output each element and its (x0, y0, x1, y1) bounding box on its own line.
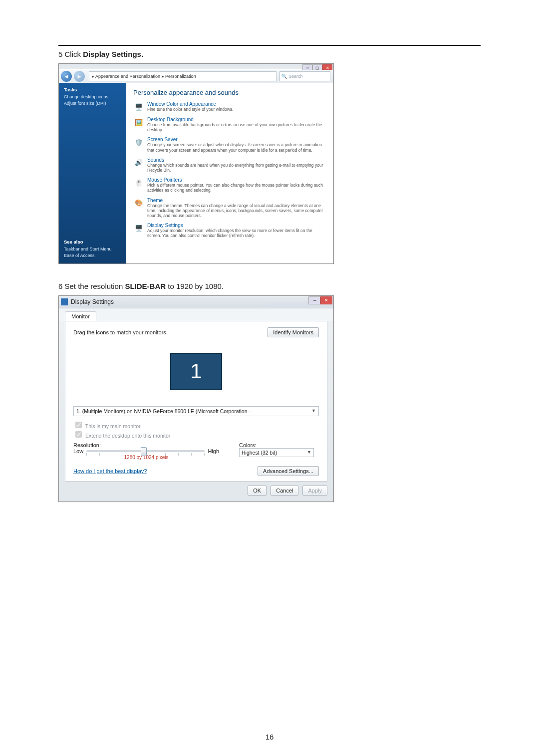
item-desc: Choose from available backgrounds or col… (147, 122, 326, 132)
monitor-number: 1 (190, 359, 202, 383)
slider-low-label: Low (73, 448, 83, 454)
monitor-icon[interactable]: 1 (170, 353, 222, 390)
item-desc: Change which sounds are heard when you d… (147, 163, 326, 173)
apply-button[interactable]: Apply (302, 486, 327, 496)
back-button[interactable]: ◄ (61, 71, 72, 82)
page-number: 16 (0, 733, 539, 741)
personalization-window: ━ ▢ ✕ ◄ ► ▸ Appearance and Personalizati… (58, 63, 334, 264)
item-title: Theme (147, 198, 326, 203)
resolution-group: Resolution: Low High 1280 by 1024 (73, 442, 219, 460)
forward-button[interactable]: ► (74, 71, 85, 82)
step-6: 6 Set the resolution SLIDE-BAR to 1920 b… (58, 282, 481, 290)
screen-saver-icon: 🛡️ (133, 137, 144, 148)
window-title: Display Settings (71, 298, 114, 305)
desktop-background-icon: 🖼️ (133, 117, 144, 128)
see-also-taskbar[interactable]: Taskbar and Start Menu (64, 247, 121, 252)
search-icon: 🔍 (280, 74, 288, 79)
extend-desktop-checkbox-input (75, 431, 82, 438)
display-settings-icon: 🖥️ (133, 223, 144, 234)
tab-monitor[interactable]: Monitor (65, 311, 96, 321)
colors-value: Highest (32 bit) (242, 450, 277, 456)
minimize-button[interactable]: ━ (308, 296, 320, 304)
monitor-panel: Drag the icons to match your monitors. I… (65, 321, 327, 482)
tasks-sidebar: Tasks Change desktop icons Adjust font s… (59, 83, 126, 263)
window-titlebar (59, 64, 333, 69)
personalization-main: Personalize appearance and sounds 🖥️ Win… (126, 83, 333, 263)
item-desc: Adjust your monitor resolution, which ch… (147, 228, 326, 238)
item-desc: Change the theme. Themes can change a wi… (147, 203, 326, 219)
step-6-number: 6 (58, 282, 62, 290)
tasks-title: Tasks (64, 87, 121, 92)
search-placeholder: Search (288, 74, 303, 79)
resolution-slider[interactable] (86, 450, 205, 452)
mouse-pointers-icon: 🖱️ (133, 177, 144, 188)
window-color-icon: 🖥️ (133, 101, 144, 112)
item-desc: Pick a different mouse pointer. You can … (147, 183, 326, 193)
close-button[interactable]: ✕ (320, 296, 332, 304)
chevron-down-icon: ▼ (311, 408, 316, 414)
step-5-bold: Display Settings. (83, 50, 143, 58)
monitor-select-value: 1. (Multiple Monitors) on NVIDIA GeForce… (76, 408, 251, 414)
window-controls: ━ ✕ (308, 296, 332, 304)
monitor-area[interactable]: 1 (73, 341, 319, 401)
item-screen-saver[interactable]: 🛡️ Screen Saver Change your screen saver… (133, 137, 326, 152)
item-desc: Change your screen saver or adjust when … (147, 142, 326, 152)
help-link[interactable]: How do I get the best display? (73, 468, 147, 474)
navigation-bar: ◄ ► ▸ Appearance and Personalization ▸ P… (59, 70, 333, 83)
advanced-settings-button[interactable]: Advanced Settings... (258, 466, 319, 476)
main-monitor-checkbox-input (75, 422, 82, 428)
item-window-color[interactable]: 🖥️ Window Color and Appearance Fine tune… (133, 101, 326, 112)
step-5-prefix: Click (65, 50, 83, 58)
item-desktop-background[interactable]: 🖼️ Desktop Background Choose from availa… (133, 117, 326, 132)
personalization-heading: Personalize appearance and sounds (133, 89, 326, 96)
slider-ticks (86, 453, 205, 456)
item-sounds[interactable]: 🔊 Sounds Change which sounds are heard w… (133, 157, 326, 173)
main-monitor-label: This is my main monitor (85, 423, 141, 429)
sounds-icon: 🔊 (133, 157, 144, 168)
see-also-ease-of-access[interactable]: Ease of Access (64, 253, 121, 258)
colors-select[interactable]: Highest (32 bit) ▼ (239, 448, 314, 457)
main-monitor-checkbox: This is my main monitor (73, 420, 319, 430)
slider-high-label: High (208, 448, 219, 454)
window-titlebar: Display Settings (59, 296, 333, 308)
task-adjust-font-size[interactable]: Adjust font size (DPI) (64, 101, 121, 106)
identify-monitors-button[interactable]: Identify Monitors (268, 327, 319, 337)
display-settings-window: Display Settings ━ ✕ Monitor Drag the ic… (58, 295, 334, 502)
item-title: Screen Saver (147, 137, 326, 142)
item-mouse-pointers[interactable]: 🖱️ Mouse Pointers Pick a different mouse… (133, 177, 326, 193)
breadcrumb[interactable]: ▸ Appearance and Personalization ▸ Perso… (89, 71, 276, 81)
step-6-bold: SLIDE-BAR (125, 282, 166, 290)
ok-button[interactable]: OK (248, 486, 267, 496)
item-theme[interactable]: 🎨 Theme Change the theme. Themes can cha… (133, 198, 326, 219)
extend-desktop-label: Extend the desktop onto this monitor (85, 433, 170, 439)
horizontal-rule (58, 45, 481, 46)
item-title: Sounds (147, 157, 326, 163)
display-settings-title-icon (61, 298, 68, 305)
search-input[interactable]: 🔍 Search (279, 71, 330, 81)
item-title: Desktop Background (147, 117, 326, 122)
task-change-desktop-icons[interactable]: Change desktop icons (64, 94, 121, 99)
step-6-after: to 1920 by 1080. (166, 282, 224, 290)
monitor-select[interactable]: 1. (Multiple Monitors) on NVIDIA GeForce… (73, 406, 319, 416)
see-also-title: See also (64, 239, 121, 245)
item-display-settings[interactable]: 🖥️ Display Settings Adjust your monitor … (133, 223, 326, 238)
item-desc: Fine tune the color and style of your wi… (147, 107, 326, 112)
colors-label: Colors: (239, 442, 319, 448)
step-5: 5 Click Display Settings. (58, 50, 481, 58)
breadcrumb-text: ▸ Appearance and Personalization ▸ Perso… (92, 74, 196, 79)
cancel-button[interactable]: Cancel (270, 486, 298, 496)
theme-icon: 🎨 (133, 198, 144, 209)
drag-hint: Drag the icons to match your monitors. (73, 329, 168, 335)
tab-strip: Monitor (59, 308, 333, 321)
extend-desktop-checkbox: Extend the desktop onto this monitor (73, 430, 319, 439)
dialog-buttons: OK Cancel Apply (59, 486, 333, 502)
item-title: Mouse Pointers (147, 177, 326, 183)
chevron-down-icon: ▼ (307, 450, 311, 456)
step-5-number: 5 (58, 50, 62, 58)
item-title: Display Settings (147, 223, 326, 228)
colors-group: Colors: Highest (32 bit) ▼ (239, 442, 319, 460)
step-6-before: Set the resolution (65, 282, 125, 290)
item-title: Window Color and Appearance (147, 101, 326, 107)
